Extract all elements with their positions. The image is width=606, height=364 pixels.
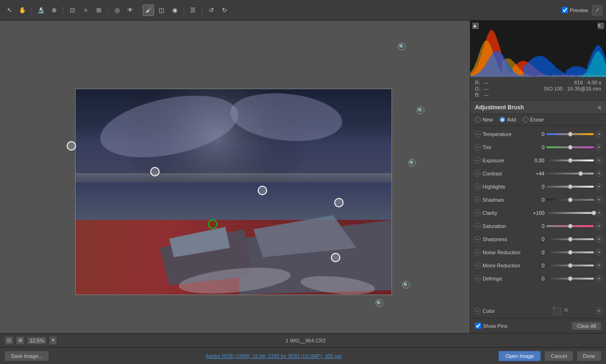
- slider-minus-clarity[interactable]: −: [474, 210, 481, 216]
- slider-minus-temperature[interactable]: −: [474, 131, 481, 137]
- zoom-pin-1[interactable]: 🔍: [398, 43, 406, 50]
- slider-thumb-shadows[interactable]: [568, 197, 573, 202]
- slider-plus-moire_reduction[interactable]: +: [596, 262, 602, 269]
- undo-tool[interactable]: ↺: [206, 5, 217, 16]
- slider-thumb-temperature[interactable]: [568, 132, 573, 136]
- slider-thumb-exposure[interactable]: [568, 158, 573, 163]
- slider-thumb-sharpness[interactable]: [568, 237, 573, 242]
- crop-tool[interactable]: ⊡: [67, 5, 78, 16]
- radial-tool[interactable]: ◉: [169, 5, 180, 16]
- histogram-corner-tr[interactable]: ≡: [598, 23, 604, 29]
- mode-add[interactable]: Add: [499, 117, 516, 122]
- slider-thumb-defringe[interactable]: [568, 276, 573, 281]
- slider-thumb-clarity[interactable]: [591, 211, 596, 215]
- slider-track-exposure[interactable]: [546, 157, 594, 164]
- slider-plus-highlights[interactable]: +: [596, 183, 602, 190]
- slider-track-moire_reduction[interactable]: [546, 262, 594, 269]
- mode-erase[interactable]: Erase: [523, 117, 544, 122]
- zoom-pin-4[interactable]: 🔍: [402, 281, 410, 288]
- slider-track-tint[interactable]: [546, 144, 594, 151]
- pin-1[interactable]: [67, 141, 76, 151]
- slider-track-highlights[interactable]: [546, 183, 594, 190]
- color-plus[interactable]: +: [596, 308, 602, 314]
- adj-brush-menu[interactable]: ≡: [598, 104, 601, 111]
- mode-new-radio[interactable]: [475, 117, 481, 122]
- transform-tool[interactable]: ⊞: [93, 5, 104, 16]
- pin-5[interactable]: [334, 198, 344, 207]
- pin-active[interactable]: [208, 220, 217, 229]
- mode-erase-radio[interactable]: [523, 117, 529, 122]
- color-profile-link[interactable]: Adobe RGB (1998); 16 bit; 5392 by 3530 (…: [206, 353, 342, 359]
- slider-track-clarity[interactable]: [546, 210, 594, 216]
- slider-thumb-saturation[interactable]: [568, 224, 573, 228]
- redeye-tool[interactable]: 👁: [124, 5, 136, 16]
- slider-minus-contrast[interactable]: −: [474, 170, 481, 177]
- slider-plus-sharpness[interactable]: +: [596, 236, 602, 243]
- slider-minus-defringe[interactable]: −: [474, 275, 481, 282]
- color-icon-2[interactable]: ✕: [563, 306, 569, 315]
- spot-heal-tool[interactable]: ◎: [111, 5, 123, 16]
- fullscreen-button[interactable]: ⤢: [592, 5, 602, 15]
- slider-thumb-tint[interactable]: [568, 145, 573, 150]
- slider-minus-tint[interactable]: −: [474, 144, 481, 151]
- slider-track-temperature[interactable]: [546, 131, 594, 137]
- gradient-tool[interactable]: ◫: [156, 5, 167, 16]
- redo-tool[interactable]: ↻: [219, 5, 230, 16]
- brush-tool[interactable]: 🖌: [143, 5, 154, 16]
- slider-plus-contrast[interactable]: +: [596, 170, 602, 177]
- preview-checkbox[interactable]: [562, 7, 568, 13]
- clear-all-button[interactable]: Clear All: [572, 322, 601, 330]
- zoom-fit-button[interactable]: ⊡: [5, 336, 13, 345]
- slider-plus-shadows[interactable]: +: [596, 197, 602, 203]
- slider-minus-noise_reduction[interactable]: −: [474, 249, 481, 256]
- cancel-button[interactable]: Cancel: [545, 351, 573, 361]
- slider-minus-saturation[interactable]: −: [474, 223, 481, 229]
- done-button[interactable]: Done: [577, 351, 601, 361]
- slider-minus-moire_reduction[interactable]: −: [474, 262, 481, 269]
- photo-canvas[interactable]: [75, 89, 392, 295]
- zoom-pin-2[interactable]: 🔍: [417, 106, 424, 114]
- pin-6[interactable]: [331, 253, 340, 262]
- zoom-fill-button[interactable]: ⊞: [16, 336, 24, 345]
- slider-track-defringe[interactable]: [546, 275, 594, 282]
- histogram-corner-tl[interactable]: ▲: [472, 23, 479, 29]
- slider-plus-noise_reduction[interactable]: +: [596, 249, 602, 256]
- pointer-tool[interactable]: ↖: [4, 5, 15, 16]
- slider-plus-saturation[interactable]: +: [596, 223, 602, 229]
- slider-minus-exposure[interactable]: −: [474, 157, 481, 164]
- straighten-tool[interactable]: ⌗: [80, 5, 91, 16]
- zoom-pin-3[interactable]: 🔍: [408, 159, 416, 167]
- slider-thumb-contrast[interactable]: [578, 171, 583, 176]
- slider-plus-clarity[interactable]: +: [596, 210, 602, 216]
- slider-plus-defringe[interactable]: +: [596, 275, 602, 282]
- color-icon-1[interactable]: ⬛: [552, 306, 561, 315]
- open-image-button[interactable]: Open Image: [499, 351, 541, 361]
- slider-thumb-noise_reduction[interactable]: [568, 250, 573, 255]
- color-minus[interactable]: −: [474, 308, 481, 314]
- mode-add-radio[interactable]: [499, 117, 505, 122]
- eyedropper-tool[interactable]: 🔬: [35, 5, 46, 16]
- show-pins-checkbox[interactable]: [475, 323, 481, 329]
- zoom-value[interactable]: 12.5%: [27, 337, 46, 344]
- slider-minus-shadows[interactable]: −: [474, 197, 481, 203]
- hand-tool[interactable]: ✋: [17, 5, 28, 16]
- slider-track-sharpness[interactable]: [546, 236, 594, 243]
- slider-thumb-highlights[interactable]: [568, 184, 573, 189]
- zoom-dropdown[interactable]: ▼: [49, 336, 57, 345]
- list-tool[interactable]: ☰: [187, 5, 199, 16]
- slider-minus-highlights[interactable]: −: [474, 183, 481, 190]
- slider-track-saturation[interactable]: [546, 223, 594, 229]
- eyedropper2-tool[interactable]: ⊕: [48, 5, 60, 16]
- slider-thumb-moire_reduction[interactable]: [568, 263, 573, 268]
- slider-plus-tint[interactable]: +: [596, 144, 602, 151]
- slider-minus-sharpness[interactable]: −: [474, 236, 481, 243]
- slider-plus-exposure[interactable]: +: [596, 157, 602, 164]
- show-pins[interactable]: Show Pins: [475, 323, 507, 329]
- pin-4[interactable]: [258, 186, 267, 195]
- save-image-button[interactable]: Save Image...: [5, 351, 49, 361]
- slider-track-noise_reduction[interactable]: [546, 249, 594, 256]
- slider-track-contrast[interactable]: [546, 170, 594, 177]
- zoom-pin-5[interactable]: 🔍: [376, 299, 383, 307]
- slider-plus-temperature[interactable]: +: [596, 131, 602, 137]
- preview-checkbox-label[interactable]: Preview: [562, 7, 588, 13]
